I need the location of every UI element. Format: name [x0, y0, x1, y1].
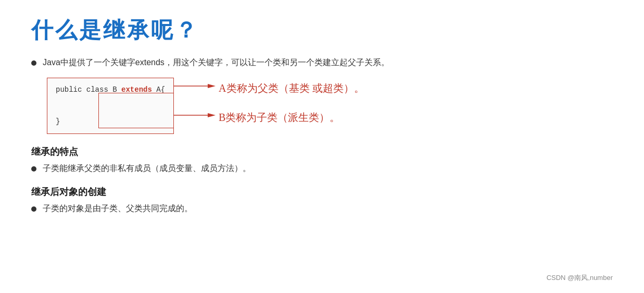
bullet-dot [31, 60, 36, 66]
page-title: 什么是继承呢？ [31, 16, 613, 45]
section1-bullet: 子类能继承父类的非私有成员（成员变量、成员方法）。 [31, 163, 613, 174]
annotation-b-row: B类称为子类（派生类）。 [174, 110, 364, 125]
annotations-container: A类称为父类（基类 或超类）。 B类称为子类（派生类）。 [174, 78, 364, 125]
arrow-b-svg [174, 110, 216, 125]
bullet-dot-2 [31, 166, 36, 172]
section2-heading: 继承后对象的创建 [31, 186, 613, 198]
code-line2: } [56, 115, 165, 128]
section1-heading: 继承的特点 [31, 145, 613, 158]
annotation-b-text: B类称为子类（派生类）。 [219, 111, 340, 125]
watermark: CSDN @南风,number [547, 273, 613, 283]
svg-marker-1 [208, 84, 216, 88]
intro-bullet: Java中提供了一个关键字extends，用这个关键字，可以让一个类和另一个类建… [31, 57, 613, 68]
code-diagram-area: public class B extends A{ } A类称为父类（基类 或超… [47, 78, 613, 134]
bullet-dot-3 [31, 206, 36, 212]
code-spacer [56, 96, 165, 115]
arrow-a-svg [174, 81, 216, 95]
section2-text: 子类的对象是由子类、父类共同完成的。 [43, 203, 193, 214]
svg-marker-3 [208, 113, 216, 117]
code-line1: public class B extends A{ [56, 83, 165, 96]
intro-text: Java中提供了一个关键字extends，用这个关键字，可以让一个类和另一个类建… [43, 57, 389, 68]
section2-bullet: 子类的对象是由子类、父类共同完成的。 [31, 203, 613, 214]
annotation-a-text: A类称为父类（基类 或超类）。 [219, 81, 364, 95]
section1-text: 子类能继承父类的非私有成员（成员变量、成员方法）。 [43, 163, 251, 174]
code-box: public class B extends A{ } [47, 78, 174, 134]
annotation-a-row: A类称为父类（基类 或超类）。 [174, 81, 364, 95]
